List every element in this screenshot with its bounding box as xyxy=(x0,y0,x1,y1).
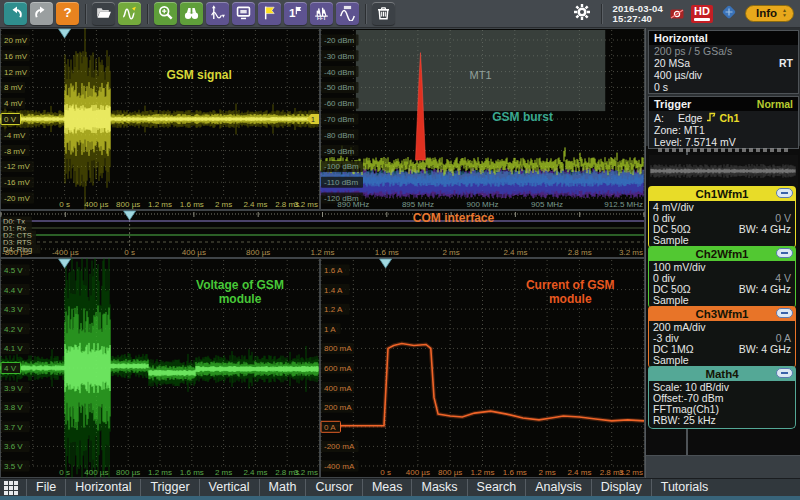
y-tick-label: 4 V xyxy=(4,364,17,373)
x-tick-label: -800 µs xyxy=(2,248,29,257)
plot-gsm-signal[interactable]: 20 mV16 mV12 mV8 mV4 mV0 V-4 mV-8 mV-12 … xyxy=(0,28,320,210)
menu-item-math[interactable]: Math xyxy=(259,479,306,496)
trigger-position-marker[interactable] xyxy=(59,259,71,268)
signal-badge-ch1wfm1[interactable]: Ch1Wfm14 mV/div0 div0 VDC 50ΩBW: 4 GHzSa… xyxy=(648,186,796,249)
badge-header[interactable]: Ch3Wfm1 xyxy=(648,306,796,321)
signal-badge-ch2wfm1[interactable]: Ch2Wfm1100 mV/div0 div4 VDC 50ΩBW: 4 GHz… xyxy=(648,246,796,309)
undo-button[interactable] xyxy=(4,2,27,25)
com-interface-canvas: D0: TxD1: RxD2: CTSD3: RTSD4: Ring-800 µ… xyxy=(0,210,645,258)
trigger-mode-value: Normal xyxy=(757,98,793,110)
menu-item-search[interactable]: Search xyxy=(467,479,526,496)
menu-item-trigger[interactable]: Trigger xyxy=(140,479,198,496)
zoom-button[interactable] xyxy=(154,2,177,25)
menu-item-tutorials[interactable]: Tutorials xyxy=(651,479,717,496)
trigger-position-marker[interactable] xyxy=(380,259,392,268)
minimize-button[interactable] xyxy=(776,248,793,258)
badge-header[interactable]: Ch1Wfm1 xyxy=(648,186,796,201)
badge-title: Ch3Wfm1 xyxy=(695,308,748,320)
search-binoculars-icon xyxy=(183,4,200,24)
y-tick-label: -400 mA xyxy=(324,462,355,471)
undo-icon xyxy=(7,4,24,24)
signal-bar: Horizontal 200 ps / 5 GSa/s 20 MSa RT 40… xyxy=(645,28,800,478)
autoset-probe-button[interactable] xyxy=(118,2,141,25)
vertical-axes-icon xyxy=(209,4,226,24)
x-tick-label: 2 ms xyxy=(538,468,555,477)
trigger-zone-value: Zone: MT1 xyxy=(649,124,798,136)
svg-text:FFT: FFT xyxy=(317,16,326,21)
badge-title: Ch2Wfm1 xyxy=(695,248,748,260)
delete-trash-icon xyxy=(375,4,392,24)
menu-item-file[interactable]: File xyxy=(26,479,65,496)
horizontal-panel[interactable]: Horizontal 200 ps / 5 GSa/s 20 MSa RT 40… xyxy=(648,30,799,94)
y-tick-label: -12 mV xyxy=(4,162,30,171)
x-tick-label: 3.2 ms xyxy=(619,468,643,477)
toolbar: ?1FFT 2016-03-04 15:27:40 HD Info ▲▼ xyxy=(0,0,800,28)
trigger-position-marker[interactable] xyxy=(59,29,71,38)
badge-header[interactable]: Ch2Wfm1 xyxy=(648,246,796,261)
trigger-flag-button[interactable]: 1 xyxy=(284,2,307,25)
trigger-position-marker[interactable] xyxy=(124,211,136,220)
badge-header[interactable]: Math4 xyxy=(648,366,796,381)
x-tick-label: 3.2 ms xyxy=(619,248,643,257)
redo-button[interactable] xyxy=(30,2,53,25)
menu-item-analysis[interactable]: Analysis xyxy=(525,479,591,496)
menu-item-masks[interactable]: Masks xyxy=(411,479,466,496)
waveform-thumbnail[interactable] xyxy=(649,155,798,187)
mask-test-button[interactable] xyxy=(336,2,359,25)
waveform-trace xyxy=(1,104,318,134)
signal-badge-ch3wfm1[interactable]: Ch3Wfm1200 mA/div-3 div0 ADC 1MΩBW: 4 GH… xyxy=(648,306,796,369)
x-tick-label: 0 s xyxy=(59,468,70,477)
y-tick-label: 12 mV xyxy=(4,68,28,77)
panel-resize-handle[interactable] xyxy=(658,148,789,152)
plot-com-interface[interactable]: D0: TxD1: RxD2: CTSD3: RTSD4: Ring-800 µ… xyxy=(0,210,645,258)
minimize-button[interactable] xyxy=(776,308,793,318)
y-tick-label: 16 mV xyxy=(4,52,28,61)
menu-item-cursor[interactable]: Cursor xyxy=(305,479,362,496)
menu-item-vertical[interactable]: Vertical xyxy=(199,479,259,496)
menu-grid-button[interactable] xyxy=(4,481,21,495)
help-button[interactable]: ? xyxy=(56,2,79,25)
resolution-value: 200 ps / 5 GSa/s xyxy=(649,45,798,57)
trigger-level-value: Level: 7.5714 mV xyxy=(649,136,798,148)
x-tick-label: 800 µs xyxy=(116,200,140,209)
y-tick-label: 3.7 V xyxy=(4,423,23,432)
settings-gear-button[interactable] xyxy=(573,3,591,24)
delete-trash-button[interactable] xyxy=(372,2,395,25)
toolbar-status: 2016-03-04 15:27:40 HD Info ▲▼ xyxy=(573,3,794,25)
annotate-flag-button[interactable] xyxy=(258,2,281,25)
y-tick-label: -30 dBm xyxy=(324,52,355,61)
x-tick-label: 3.2 ms xyxy=(294,468,318,477)
folder-open-icon xyxy=(95,4,112,24)
menu-item-horizontal[interactable]: Horizontal xyxy=(65,479,140,496)
plot-gsm-voltage[interactable]: 4.5 V4.4 V4.3 V4.2 V4.1 V4 V3.9 V3.8 V3.… xyxy=(0,258,320,478)
x-tick-label: 2.4 ms xyxy=(243,468,267,477)
x-tick-label: 400 µs xyxy=(406,468,430,477)
plot-gsm-current[interactable]: 1.6 A1.4 A1.2 A1 A800 mA600 mA400 mA200 … xyxy=(320,258,645,478)
trigger-flag-icon: 1 xyxy=(287,4,304,24)
y-tick-label: 3.5 V xyxy=(4,462,23,471)
x-tick-label: 1.2 ms xyxy=(148,200,172,209)
y-tick-label: -20 dBm xyxy=(324,36,355,45)
fft-button[interactable]: FFT xyxy=(310,2,333,25)
minimize-button[interactable] xyxy=(776,368,793,378)
x-tick-label: 2.4 ms xyxy=(243,200,267,209)
folder-open-button[interactable] xyxy=(92,2,115,25)
menu-item-meas[interactable]: Meas xyxy=(362,479,412,496)
fft-icon: FFT xyxy=(313,4,330,24)
mask-test-icon xyxy=(339,4,356,24)
vertical-axes-button[interactable] xyxy=(206,2,229,25)
y-tick-label: 200 mA xyxy=(324,403,352,412)
info-label: Info xyxy=(756,7,777,19)
signal-badge-math4[interactable]: Math4Scale: 10 dB/divOffset:-70 dBmFFTma… xyxy=(648,366,796,429)
menu-item-display[interactable]: Display xyxy=(591,479,651,496)
y-tick-label: 0 A xyxy=(324,423,336,432)
plot-gsm-burst-fft[interactable]: MT1-20 dBm-30 dBm-40 dBm-50 dBm-60 dBm-7… xyxy=(320,28,645,210)
x-tick-label: 0 s xyxy=(124,248,135,257)
x-tick-label: 800 µs xyxy=(438,468,462,477)
y-tick-label: -40 dBm xyxy=(324,68,355,77)
display-screen-button[interactable] xyxy=(232,2,255,25)
search-binoculars-button[interactable] xyxy=(180,2,203,25)
info-button[interactable]: Info ▲▼ xyxy=(745,5,794,22)
trigger-panel[interactable]: Trigger Normal A: Edge Ch1 Zone: MT1 Lev… xyxy=(648,96,799,149)
minimize-button[interactable] xyxy=(776,188,793,198)
